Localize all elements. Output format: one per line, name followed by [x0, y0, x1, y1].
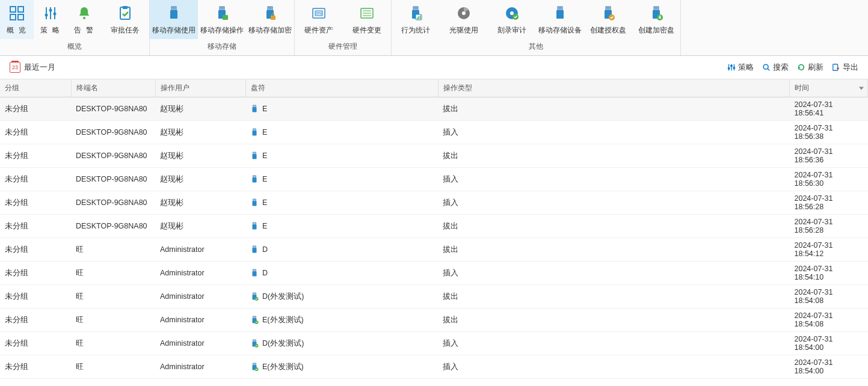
usb-auth-icon: [250, 292, 259, 301]
svg-point-65: [728, 67, 730, 69]
svg-rect-47: [558, 7, 562, 10]
svg-rect-73: [253, 129, 256, 131]
svg-point-7: [45, 14, 48, 17]
hw-change-icon: [359, 5, 375, 22]
usb-icon: [250, 175, 259, 183]
ribbon-item-approve[interactable]: 审批任务: [101, 0, 149, 39]
col-time[interactable]: 时间: [790, 79, 868, 97]
drive-label: E: [262, 128, 267, 136]
cell-group: 未分组: [0, 355, 71, 379]
table-row[interactable]: 未分组旺AdministratorD拔出2024-07-31 18:54:12: [0, 238, 868, 262]
svg-rect-19: [221, 8, 222, 9]
cell-group: 未分组: [0, 308, 71, 332]
cell-op: 插入: [438, 262, 790, 285]
svg-rect-2: [10, 14, 16, 20]
cell-time: 2024-07-31 18:54:08: [790, 308, 868, 332]
cell-group: 未分组: [0, 121, 71, 144]
cell-group: 未分组: [0, 238, 71, 262]
cell-op: 拔出: [438, 144, 790, 168]
search-button[interactable]: 搜索: [762, 62, 789, 73]
col-group[interactable]: 分组: [0, 79, 71, 97]
ribbon-item-strategy[interactable]: 策 略: [34, 0, 67, 39]
policy-button[interactable]: 策略: [727, 62, 754, 73]
stats-icon: [407, 5, 424, 22]
svg-rect-50: [561, 8, 562, 9]
drive-label: E: [262, 198, 267, 207]
alert-icon: [76, 5, 93, 22]
col-user[interactable]: 操作用户: [155, 79, 245, 97]
table-row[interactable]: 未分组旺AdministratorE(外发测试)拔出2024-07-31 18:…: [0, 308, 868, 332]
date-range-picker[interactable]: 23 最近一月: [10, 62, 55, 73]
svg-rect-72: [253, 108, 257, 112]
svg-rect-81: [253, 222, 256, 225]
svg-rect-12: [123, 6, 128, 9]
cell-terminal: DESKTOP-9G8NA80: [71, 191, 155, 215]
ribbon-item-hw-change[interactable]: 硬件变更: [343, 0, 391, 39]
cell-user: Administrator: [155, 332, 245, 355]
col-op[interactable]: 操作类型: [438, 79, 790, 97]
ribbon-item-label: 移动存储加密: [248, 25, 292, 35]
ribbon-item-usb-enc[interactable]: 移动存储加密: [246, 0, 294, 39]
table-row[interactable]: 未分组DESKTOP-9G8NA80赵现彬E插入2024-07-31 18:56…: [0, 168, 868, 191]
ribbon-item-auth-disk[interactable]: 创建授权盘: [584, 0, 632, 39]
ribbon-item-usb-use[interactable]: 移动存储使用: [150, 0, 198, 39]
ribbon-item-enc-disk[interactable]: 创建加密盘: [632, 0, 680, 39]
strategy-icon: [42, 5, 59, 22]
ribbon-item-label: 移动存储设备: [538, 25, 582, 35]
table-row[interactable]: 未分组DESKTOP-9G8NA80赵现彬E拔出2024-07-31 18:56…: [0, 215, 868, 238]
ribbon-item-hw-asset[interactable]: CPU硬件资产: [295, 0, 343, 39]
refresh-button[interactable]: 刷新: [797, 62, 823, 73]
ribbon-item-stats[interactable]: 行为统计: [392, 0, 440, 39]
usb-icon: [250, 152, 259, 160]
cell-time: 2024-07-31 18:56:28: [790, 191, 868, 215]
usb-op-icon: [214, 5, 230, 22]
ribbon-item-overview[interactable]: 概 览: [0, 0, 34, 39]
sliders-icon: [727, 63, 736, 72]
export-icon: [832, 63, 840, 72]
cell-group: 未分组: [0, 262, 71, 285]
ribbon-item-cd[interactable]: 光驱使用: [440, 0, 488, 39]
table-row[interactable]: 未分组旺AdministratorD插入2024-07-31 18:54:10: [0, 262, 868, 285]
svg-rect-37: [416, 8, 417, 9]
table-row[interactable]: 未分组旺AdministratorD(外发测试)插入2024-07-31 18:…: [0, 332, 868, 355]
cell-op: 拔出: [438, 238, 790, 262]
col-drive[interactable]: 盘符: [245, 79, 438, 97]
ribbon-group-label: 概览: [67, 39, 82, 53]
cell-time: 2024-07-31 18:54:00: [790, 332, 868, 355]
ribbon-item-usb-op[interactable]: 移动存储操作: [198, 0, 246, 39]
usb-auth-icon: [250, 339, 259, 348]
cell-op: 插入: [438, 121, 790, 144]
ribbon-item-burn[interactable]: 刻录审计: [488, 0, 536, 39]
cell-group: 未分组: [0, 144, 71, 168]
search-label: 搜索: [773, 62, 789, 73]
hw-asset-icon: CPU: [310, 5, 327, 22]
cell-op: 拔出: [438, 285, 790, 308]
cell-group: 未分组: [0, 168, 71, 191]
svg-rect-79: [253, 199, 256, 201]
svg-rect-49: [559, 8, 560, 9]
usb-auth-icon: [250, 316, 259, 324]
table-row[interactable]: 未分组DESKTOP-9G8NA80赵现彬E插入2024-07-31 18:56…: [0, 191, 868, 215]
ribbon-item-alert[interactable]: 告 警: [67, 0, 101, 39]
refresh-label: 刷新: [808, 62, 823, 73]
svg-rect-78: [253, 178, 257, 183]
table-row[interactable]: 未分组旺AdministratorD(外发测试)拔出2024-07-31 18:…: [0, 285, 868, 308]
usb-auth-icon: [250, 363, 259, 371]
svg-rect-53: [607, 8, 608, 9]
ribbon-item-usb-dev[interactable]: 移动存储设备: [536, 0, 584, 39]
export-button[interactable]: 导出: [832, 62, 858, 73]
drive-label: E: [262, 175, 267, 183]
cell-user: Administrator: [155, 262, 245, 285]
svg-rect-3: [18, 14, 23, 20]
table-row[interactable]: 未分组旺AdministratorE(外发测试)插入2024-07-31 18:…: [0, 355, 868, 379]
col-terminal[interactable]: 终端名: [71, 79, 155, 97]
overview-icon: [8, 5, 25, 22]
cell-user: Administrator: [155, 238, 245, 262]
table-row[interactable]: 未分组DESKTOP-9G8NA80赵现彬E拔出2024-07-31 18:56…: [0, 144, 868, 168]
cell-drive: E: [245, 168, 438, 191]
table-row[interactable]: 未分组DESKTOP-9G8NA80赵现彬E插入2024-07-31 18:56…: [0, 121, 868, 144]
cell-user: Administrator: [155, 285, 245, 308]
cell-op: 拔出: [438, 97, 790, 121]
table-row[interactable]: 未分组DESKTOP-9G8NA80赵现彬E拔出2024-07-31 18:56…: [0, 97, 868, 121]
policy-label: 策略: [738, 62, 754, 73]
